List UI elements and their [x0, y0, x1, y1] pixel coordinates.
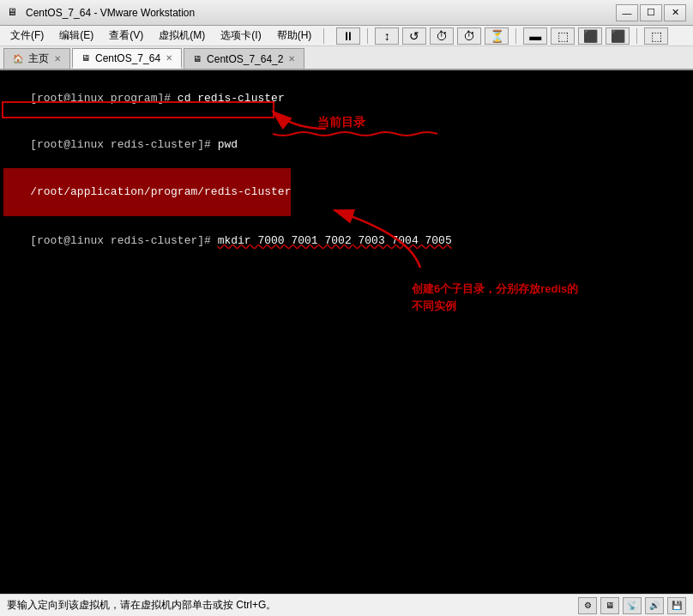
- term-line-4: [root@linux redis-cluster]# mkdir 7000 7…: [3, 218, 690, 264]
- toolbar-btn10[interactable]: ⬚: [644, 27, 668, 45]
- term-line-3: /root/application/program/redis-cluster: [3, 168, 291, 216]
- toolbar-separator2: [515, 28, 516, 44]
- status-icon-5[interactable]: 💾: [667, 597, 686, 614]
- toolbar-btn1[interactable]: ↕: [375, 27, 399, 45]
- menu-help[interactable]: 帮助(H): [270, 27, 319, 45]
- menu-edit[interactable]: 编辑(E): [52, 27, 100, 45]
- tab-home-close[interactable]: ✕: [54, 54, 61, 63]
- maximize-button[interactable]: ☐: [640, 4, 662, 21]
- toolbar-btn4[interactable]: ⏱: [457, 27, 481, 45]
- home-icon: 🏠: [13, 54, 23, 63]
- toolbar-separator3: [636, 28, 637, 44]
- status-icon-4[interactable]: 🔊: [645, 597, 664, 614]
- title-bar: 🖥 CentOS_7_64 - VMware Workstation — ☐ ✕: [0, 0, 693, 26]
- prompt-1: [root@linux program]#: [30, 92, 178, 105]
- path-output: /root/application/program/redis-cluster: [30, 185, 291, 198]
- status-icon-2[interactable]: 🖥: [600, 597, 619, 614]
- tab-bar: 🏠 主页 ✕ 🖥 CentOS_7_64 ✕ 🖥 CentOS_7_64_2 ✕: [0, 46, 693, 70]
- toolbar-btn3[interactable]: ⏱: [430, 27, 454, 45]
- toolbar-pause[interactable]: ⏸: [336, 27, 360, 45]
- cmd-2: pwd: [218, 138, 238, 151]
- status-text: 要输入定向到该虚拟机，请在虚拟机内部单击或按 Ctrl+G。: [7, 598, 276, 613]
- terminal[interactable]: [root@linux program]# cd redis-cluster […: [0, 70, 693, 594]
- toolbar: ⏸ ↕ ↺ ⏱ ⏱ ⏳ ▬ ⬚ ⬛ ⬛ ⬚: [336, 27, 668, 45]
- app-icon: 🖥: [7, 6, 21, 20]
- menu-tab[interactable]: 选项卡(I): [214, 27, 268, 45]
- toolbar-btn5[interactable]: ⏳: [485, 27, 509, 45]
- centos-icon: 🖥: [81, 53, 90, 63]
- tab-centos2[interactable]: 🖥 CentOS_7_64_2 ✕: [184, 48, 304, 69]
- status-icon-1[interactable]: ⚙: [578, 597, 597, 614]
- window-controls: — ☐ ✕: [616, 4, 686, 21]
- tab-centos[interactable]: 🖥 CentOS_7_64 ✕: [72, 48, 182, 69]
- tab-home-label: 主页: [28, 51, 49, 66]
- status-icons: ⚙ 🖥 📡 🔊 💾: [578, 597, 686, 614]
- cmd-3: mkdir 7000 7001 7002 7003 7004 7005: [218, 234, 452, 247]
- menu-separator: [323, 28, 324, 44]
- menu-file[interactable]: 文件(F): [3, 27, 51, 45]
- status-icon-3[interactable]: 📡: [623, 597, 642, 614]
- tab-centos2-close[interactable]: ✕: [288, 54, 295, 63]
- toolbar-btn9[interactable]: ⬛: [606, 27, 630, 45]
- status-bar: 要输入定向到该虚拟机，请在虚拟机内部单击或按 Ctrl+G。 ⚙ 🖥 📡 🔊 💾: [0, 594, 693, 616]
- minimize-button[interactable]: —: [616, 4, 638, 21]
- term-line-1: [root@linux program]# cd redis-cluster: [3, 75, 690, 122]
- tab-centos2-label: CentOS_7_64_2: [207, 53, 283, 65]
- toolbar-btn2[interactable]: ↺: [402, 27, 426, 45]
- toolbar-btn6[interactable]: ▬: [523, 27, 547, 45]
- menu-view[interactable]: 查看(V): [102, 27, 150, 45]
- tab-home[interactable]: 🏠 主页 ✕: [3, 48, 70, 69]
- window-title: CentOS_7_64 - VMware Workstation: [26, 7, 195, 19]
- prompt-2: [root@linux redis-cluster]#: [30, 138, 217, 151]
- title-bar-left: 🖥 CentOS_7_64 - VMware Workstation: [7, 6, 195, 20]
- menu-bar: 文件(F) 编辑(E) 查看(V) 虚拟机(M) 选项卡(I) 帮助(H) ⏸ …: [0, 26, 693, 46]
- menu-vm[interactable]: 虚拟机(M): [152, 27, 212, 45]
- term-line-2: [root@linux redis-cluster]# pwd: [3, 122, 690, 168]
- close-button[interactable]: ✕: [664, 4, 686, 21]
- tab-centos-label: CentOS_7_64: [95, 52, 160, 64]
- cmd-1: cd redis-cluster: [178, 92, 285, 105]
- toolbar-btn7[interactable]: ⬚: [551, 27, 575, 45]
- toolbar-separator: [367, 28, 368, 44]
- prompt-3: [root@linux redis-cluster]#: [30, 234, 217, 247]
- tab-centos-close[interactable]: ✕: [166, 53, 172, 63]
- toolbar-btn8[interactable]: ⬛: [578, 27, 602, 45]
- centos2-icon: 🖥: [193, 54, 202, 63]
- annotation-mkdir-desc: 创建6个子目录，分别存放redis的不同实例: [412, 281, 578, 315]
